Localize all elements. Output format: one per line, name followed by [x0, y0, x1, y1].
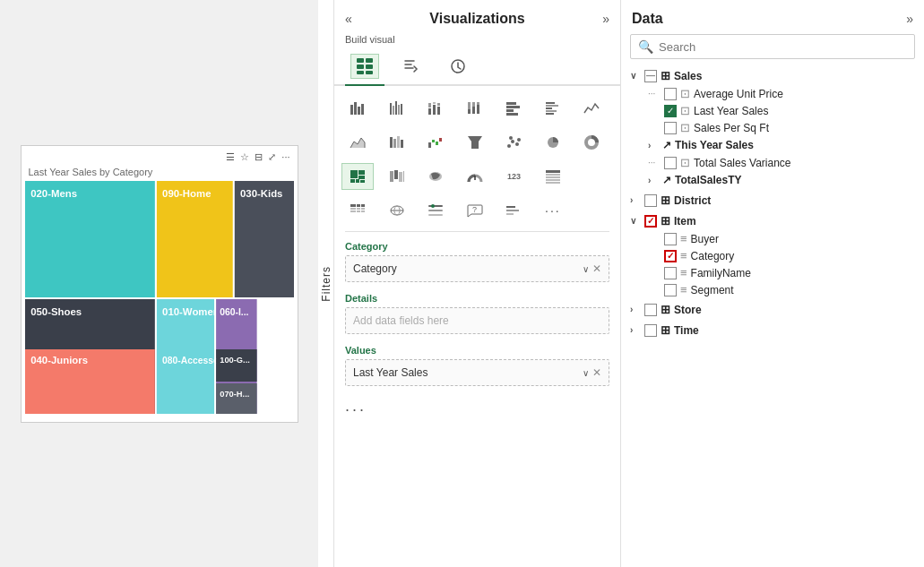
visual-card[interactable]: ☰ ☆ ⊟ ⤢ ··· Last Year Sales by Category …: [21, 145, 298, 423]
category-label: Category: [345, 241, 609, 252]
details-section: Details Add data fields here: [334, 288, 620, 339]
svg-rect-52: [546, 102, 555, 104]
viz-icon-gauge[interactable]: [459, 163, 491, 190]
viz-icon-kpi[interactable]: 123: [497, 163, 530, 190]
viz-icons-grid-3: 123: [334, 159, 620, 193]
viz-icon-ribbon[interactable]: [381, 129, 413, 156]
values-remove-icon[interactable]: ✕: [592, 366, 601, 379]
toolbar-filter-icon[interactable]: ⊟: [255, 151, 263, 163]
values-drop[interactable]: Last Year Sales ∨ ✕: [345, 359, 609, 386]
tab-analytics[interactable]: [438, 50, 478, 86]
viz-icon-waterfall[interactable]: [419, 129, 452, 156]
toolbar-more-icon[interactable]: ···: [281, 151, 289, 163]
viz-more-dots[interactable]: ...: [334, 391, 620, 421]
filters-sidebar[interactable]: Filters: [318, 0, 334, 567]
search-box[interactable]: 🔍: [630, 34, 915, 59]
viz-icon-hbar[interactable]: [497, 95, 530, 122]
svg-point-70: [517, 138, 521, 142]
group-item-header[interactable]: ∨ ✓ ⊞ Item: [626, 211, 919, 230]
group-sales-header[interactable]: ∨ — ⊞ Sales: [626, 66, 919, 85]
viz-icon-treemap[interactable]: [341, 163, 374, 190]
viz-icon-pie[interactable]: [537, 129, 569, 156]
svg-point-66: [507, 144, 511, 148]
viz-icon-stacked-bar[interactable]: [419, 95, 452, 122]
viz-collapse-arrow[interactable]: «: [345, 12, 352, 26]
item-family-name[interactable]: ≡ FamilyName: [644, 264, 919, 281]
last-year-sales-label: Last Year Sales: [694, 105, 768, 117]
search-icon: 🔍: [638, 39, 653, 54]
item-sales-per-sq-ft[interactable]: ⊡ Sales Per Sq Ft: [644, 119, 919, 136]
sales-table-icon: ⊞: [661, 69, 670, 82]
svg-point-106: [431, 204, 435, 208]
viz-icon-scatter[interactable]: [497, 129, 530, 156]
item-average-unit-price[interactable]: ··· ⊡ Average Unit Price: [644, 85, 919, 102]
category-drop[interactable]: Category ∨ ✕: [345, 255, 609, 282]
item-buyer[interactable]: ≡ Buyer: [644, 230, 919, 247]
time-checkbox[interactable]: [644, 324, 657, 337]
viz-icon-azure-map[interactable]: [381, 197, 413, 224]
svg-point-69: [509, 136, 513, 140]
search-input[interactable]: [659, 40, 907, 54]
viz-icon-funnel[interactable]: [459, 129, 491, 156]
treemap[interactable]: 020-Mens 090-Home 030-Kids 050-Shoes 010…: [25, 181, 294, 414]
tab-format[interactable]: [392, 50, 431, 86]
svg-rect-38: [433, 105, 436, 115]
svg-point-68: [515, 142, 519, 146]
values-chevron-icon[interactable]: ∨: [583, 368, 589, 378]
viz-icon-qna[interactable]: ?: [459, 197, 491, 224]
viz-icon-donut[interactable]: [575, 129, 608, 156]
viz-icon-smart-narrative[interactable]: [497, 197, 530, 224]
category-checkbox[interactable]: ✓: [664, 250, 677, 262]
total-sales-ty-header[interactable]: › ↗ TotalSalesTY: [644, 171, 919, 189]
svg-rect-62: [432, 140, 435, 142]
viz-icon-bar[interactable]: [341, 95, 374, 122]
item-checkbox[interactable]: ✓: [644, 215, 657, 228]
category-remove-icon[interactable]: ✕: [592, 262, 601, 275]
details-drop[interactable]: Add data fields here: [345, 307, 609, 334]
viz-icon-filled-map[interactable]: [419, 163, 452, 190]
family-name-checkbox[interactable]: [664, 267, 677, 279]
group-time: › ⊞ Time: [626, 321, 919, 339]
toolbar-pin-icon[interactable]: ☆: [240, 151, 249, 163]
sales-per-sq-ft-label: Sales Per Sq Ft: [694, 122, 769, 134]
toolbar-expand-icon[interactable]: ⤢: [268, 151, 276, 163]
total-sales-var-checkbox[interactable]: [664, 157, 677, 169]
viz-icon-clustered-bar[interactable]: [381, 95, 413, 122]
group-time-header[interactable]: › ⊞ Time: [626, 321, 919, 339]
avg-price-checkbox[interactable]: [664, 88, 677, 100]
item-total-sales-variance[interactable]: ··· ⊡ Total Sales Variance: [644, 154, 919, 171]
svg-rect-88: [546, 176, 560, 178]
segment-checkbox[interactable]: [664, 284, 677, 296]
sales-per-sq-ft-checkbox[interactable]: [664, 122, 677, 134]
viz-icon-map[interactable]: [381, 163, 413, 190]
buyer-checkbox[interactable]: [664, 233, 677, 245]
data-expand-arrow[interactable]: »: [906, 12, 913, 26]
item-category[interactable]: ✓ ≡ Category: [644, 247, 919, 264]
item-last-year-sales[interactable]: ✓ ⊡ Last Year Sales: [644, 102, 919, 119]
viz-icon-matrix[interactable]: [341, 197, 374, 224]
sales-checkbox[interactable]: —: [644, 70, 657, 82]
viz-icon-100-stacked-bar[interactable]: [459, 95, 491, 122]
item-segment[interactable]: ≡ Segment: [644, 281, 919, 298]
viz-expand-arrow[interactable]: »: [602, 12, 609, 26]
category-chevron-icon[interactable]: ∨: [583, 264, 589, 274]
district-checkbox[interactable]: [644, 194, 657, 207]
group-district-header[interactable]: › ⊞ District: [626, 191, 919, 210]
viz-icon-line[interactable]: [575, 95, 608, 122]
group-store-header[interactable]: › ⊞ Store: [626, 300, 919, 319]
viz-icon-table[interactable]: [537, 163, 569, 190]
viz-icon-clustered-hbar[interactable]: [537, 95, 569, 122]
svg-rect-60: [401, 140, 403, 148]
viz-icon-more[interactable]: ···: [537, 197, 569, 224]
tab-fields[interactable]: [345, 50, 384, 86]
store-checkbox[interactable]: [644, 304, 657, 316]
last-year-sales-checkbox[interactable]: ✓: [664, 105, 677, 117]
viz-icon-area[interactable]: [341, 129, 374, 156]
svg-rect-61: [428, 142, 431, 148]
svg-text:010-Womens: 010-Womens: [162, 306, 225, 317]
this-year-sales-header[interactable]: › ↗ This Year Sales: [644, 136, 919, 154]
toolbar-menu-icon[interactable]: ☰: [226, 151, 235, 163]
viz-divider-1: [345, 231, 609, 232]
svg-rect-20: [357, 58, 364, 63]
viz-icon-slicer[interactable]: [419, 197, 452, 224]
